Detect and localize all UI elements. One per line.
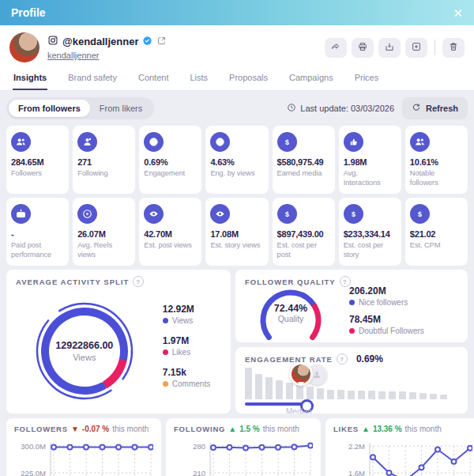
activity-split-title: AVERAGE ACTIVITY SPLIT — [16, 278, 129, 286]
tab-campaigns[interactable]: Campaigns — [288, 69, 334, 90]
legend-dot — [163, 318, 168, 323]
stat-label: Notable followers — [410, 169, 463, 187]
nice-followers-label: Nice followers — [359, 298, 408, 307]
doubtful-followers-value: 78.45M — [349, 314, 424, 325]
stat-label: Following — [77, 169, 130, 179]
refresh-icon — [412, 103, 421, 114]
stat-card-earned-media: $ $580,975.49 Earned media — [273, 126, 335, 194]
cost-per-story-icon: $ — [344, 204, 363, 224]
svg-text:$: $ — [285, 138, 289, 146]
legend-dot — [163, 349, 168, 355]
post-views-icon — [144, 204, 164, 224]
stat-value: 1.98M — [344, 157, 397, 167]
comments-value: 7.15k — [163, 367, 210, 378]
donut-center-value: 12922866.00 — [55, 340, 113, 351]
stat-label: Eng. by views — [210, 169, 263, 179]
stat-card-followers: 284.65M Followers — [6, 126, 69, 194]
earned-media-icon: $ — [277, 132, 297, 152]
tab-proposals[interactable]: Proposals — [228, 69, 269, 90]
refresh-button[interactable]: Refresh — [402, 97, 468, 119]
stat-value: 0.69% — [144, 157, 197, 167]
histogram-bars — [245, 368, 458, 399]
stat-label: Est. CPM — [410, 241, 463, 251]
paid-post-icon — [11, 204, 31, 224]
delete-button[interactable] — [442, 38, 465, 58]
download-button[interactable] — [378, 38, 401, 58]
profile-header: @kendalljenner kendalljenner — [0, 25, 474, 67]
print-button[interactable] — [352, 38, 374, 58]
stat-card-cost-per-story: $ $233,334.14 Est. cost per story — [339, 198, 401, 266]
tab-lists[interactable]: Lists — [189, 69, 209, 90]
tab-insights[interactable]: Insights — [13, 69, 47, 90]
tab-prices[interactable]: Prices — [354, 69, 380, 90]
svg-text:300.0M: 300.0M — [21, 442, 46, 451]
stat-value: 271 — [77, 157, 130, 167]
toggle-from-likers[interactable]: From likers — [90, 100, 152, 117]
svg-text:1.6M: 1.6M — [348, 469, 365, 476]
stat-value: $21.02 — [410, 229, 463, 239]
share-button[interactable] — [325, 38, 347, 58]
following-icon — [77, 132, 97, 152]
stat-value: $897,439.00 — [277, 229, 330, 239]
add-to-list-button[interactable] — [405, 38, 427, 58]
stat-value: - — [11, 229, 64, 239]
likes-label: Likes — [172, 348, 190, 357]
gauge-label: Quality — [245, 314, 337, 323]
stat-label: Est. cost per story — [344, 241, 397, 259]
tab-bar: Insights Brand safety Content Lists Prop… — [0, 67, 474, 91]
followers-change: -0.07 % — [82, 425, 109, 433]
close-icon[interactable]: ✕ — [453, 7, 463, 19]
stat-card-engagement: 0.69% Engagement — [139, 126, 201, 194]
controls-row: From followers From likers Last update: … — [6, 97, 468, 119]
stat-value: 4.63% — [210, 157, 263, 167]
help-icon[interactable]: ? — [337, 353, 348, 365]
followers-trend-panel: FOLLOWERS ▼ -0.07 % this month 300.0M225… — [6, 418, 161, 476]
stat-card-paid-post: - Paid post performance — [6, 198, 69, 266]
stats-row-2: - Paid post performance 26.07M Avg. Reel… — [6, 198, 468, 266]
median-slider-track — [245, 402, 305, 406]
stat-card-avg-interactions: 1.98M Avg. Interactions — [339, 126, 401, 194]
svg-text:$: $ — [418, 210, 422, 218]
stat-value: 42.70M — [144, 229, 197, 239]
tab-brand-safety[interactable]: Brand safety — [67, 69, 118, 90]
svg-text:$: $ — [285, 210, 289, 218]
stat-label: Avg. Interactions — [344, 169, 397, 187]
profile-username-link[interactable]: kendalljenner — [47, 51, 167, 60]
help-icon[interactable]: ? — [133, 276, 144, 287]
following-line-chart: 280210 — [174, 435, 313, 476]
donut-center-label: Views — [73, 353, 96, 362]
stat-label: Est. post views — [144, 241, 197, 251]
verified-badge-icon — [142, 36, 152, 48]
interactions-icon — [344, 132, 363, 152]
legend-dot — [349, 300, 355, 305]
clock-icon — [287, 103, 296, 114]
trend-arrow-icon: ▼ — [71, 425, 79, 433]
stat-label: Est. cost per post — [277, 241, 330, 259]
following-trend-panel: FOLLOWING ▲ 1.5 % this month 280210 — [166, 418, 321, 476]
engagement-histogram: Median — [245, 368, 458, 414]
period-label: this month — [263, 425, 299, 433]
stat-label: Engagement — [144, 169, 197, 179]
stat-card-post-views: 42.70M Est. post views — [139, 198, 201, 266]
likes-value: 1.97M — [163, 335, 210, 346]
external-link-icon[interactable] — [156, 36, 167, 48]
follower-quality-gauge: 72.44% Quality — [245, 285, 337, 342]
stat-value: $233,334.14 — [344, 229, 397, 239]
story-views-icon — [210, 204, 230, 224]
trend-arrow-icon: ▲ — [228, 425, 236, 433]
plus-square-icon — [411, 41, 422, 55]
toggle-from-followers[interactable]: From followers — [9, 100, 90, 117]
last-update-text: Last update: 03/03/2026 — [300, 104, 394, 113]
modal-title: Profile — [11, 6, 46, 19]
legend-dot — [349, 328, 355, 334]
svg-text:2.2M: 2.2M — [348, 442, 365, 451]
tab-content[interactable]: Content — [137, 69, 170, 90]
following-change: 1.5 % — [239, 425, 260, 433]
legend-dot — [163, 381, 168, 387]
modal-titlebar: Profile ✕ — [0, 0, 474, 25]
avatar — [9, 32, 40, 62]
views-value: 12.92M — [163, 304, 210, 315]
followers-line-chart: 300.0M225.0M — [14, 435, 153, 476]
likes-change: 13.36 % — [373, 425, 402, 433]
engagement-rate-value: 0.69% — [356, 353, 383, 365]
